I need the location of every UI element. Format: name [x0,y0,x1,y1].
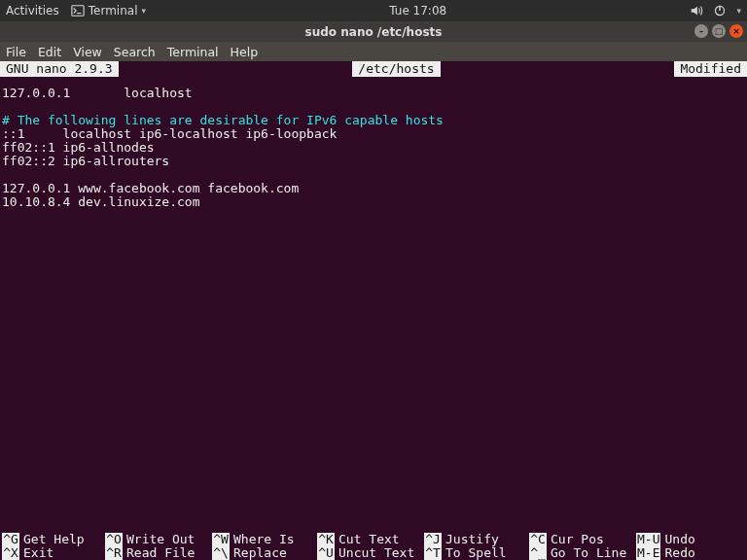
shortcut-label: Redo [664,546,694,560]
window-titlebar[interactable]: sudo nano /etc/hosts – □ × [0,21,747,42]
menu-search[interactable]: Search [114,45,156,59]
shortcut-key: ^K [317,533,335,546]
shortcut-key: ^R [105,546,123,560]
clock[interactable]: Tue 17:08 [389,4,446,18]
shortcut-key: ^_ [529,546,547,560]
chevron-down-icon: ▾ [141,6,146,16]
menu-help[interactable]: Help [231,45,259,59]
shortcut-key: ^C [529,533,547,546]
editor-line: ff02::1 ip6-allnodes [2,141,745,155]
shortcut-label: Exit [23,546,53,560]
shortcut-label: Replace [233,546,287,560]
shortcut-label: To Spell [445,546,507,560]
shortcut-cut-text: ^KCut Text [317,533,424,546]
shortcut-key: ^W [212,533,230,546]
shortcut-replace: ^\Replace [212,546,317,560]
menu-view[interactable]: View [73,45,102,59]
shortcut-label: Cur Pos [551,533,604,546]
shortcut-redo: M-ERedo [636,546,745,560]
editor-line: # The following lines are desirable for … [2,114,745,127]
shortcut-get-help: ^GGet Help [2,533,105,546]
editor-line: 127.0.0.1 www.facebook.com facebook.com [2,182,745,195]
window-controls: – □ × [694,24,743,38]
editor-line: 127.0.0.1 localhost [2,87,745,100]
shortcut-key: ^O [105,533,123,546]
menu-file[interactable]: File [6,45,26,59]
shortcut-key: M-U [636,533,660,546]
nano-modified: Modified [674,61,747,77]
nano-version: GNU nano 2.9.3 [0,61,119,77]
shortcut-key: ^U [317,546,335,560]
shortcut-label: Uncut Text [338,546,414,560]
app-menu-label: Terminal [89,4,138,18]
shortcut-key: ^X [2,546,19,560]
shortcut-undo: M-UUndo [636,533,745,546]
shortcut-go-to-line: ^_Go To Line [529,546,636,560]
shortcut-read-file: ^RRead File [105,546,212,560]
app-menu[interactable]: Terminal ▾ [71,4,146,18]
menu-terminal[interactable]: Terminal [167,45,219,59]
shortcut-key: ^T [424,546,442,560]
volume-icon[interactable] [690,4,703,18]
svg-rect-0 [72,6,84,17]
shortcut-key: ^J [424,533,442,546]
terminal-icon [71,4,85,18]
maximize-button[interactable]: □ [712,24,726,38]
shortcut-label: Write Out [126,533,195,546]
shortcut-label: Get Help [23,533,85,546]
shortcut-write-out: ^OWrite Out [105,533,212,546]
menu-edit[interactable]: Edit [38,45,61,59]
editor-line: ::1 localhost ip6-localhost ip6-loopback [2,127,745,141]
shortcut-label: Read File [126,546,195,560]
system-menu-chevron-icon[interactable]: ▾ [736,6,741,16]
shortcut-exit: ^XExit [2,546,105,560]
minimize-button[interactable]: – [694,24,708,38]
shortcut-label: Where Is [233,533,295,546]
editor-line: 10.10.8.4 dev.linuxize.com [2,195,745,209]
nano-filename: /etc/hosts [352,61,440,77]
shortcut-cur-pos: ^CCur Pos [529,533,636,546]
power-icon[interactable] [713,4,727,18]
editor-line: ff02::2 ip6-allrouters [2,155,745,168]
shortcut-label: Go To Line [551,546,626,560]
shortcut-label: Cut Text [338,533,400,546]
nano-editor-area[interactable]: 127.0.0.1 localhost # The following line… [0,77,747,533]
shortcut-key: ^\ [212,546,230,560]
shortcut-key: ^G [2,533,19,546]
shortcut-label: Undo [664,533,694,546]
editor-line [2,100,745,114]
terminal-menubar: File Edit View Search Terminal Help [0,42,747,61]
activities-button[interactable]: Activities [6,4,59,18]
nano-shortcut-bar: ^GGet Help^OWrite Out^WWhere Is^KCut Tex… [0,533,747,560]
nano-status-line: GNU nano 2.9.3 /etc/hosts Modified [0,61,747,77]
close-button[interactable]: × [729,24,743,38]
shortcut-where-is: ^WWhere Is [212,533,317,546]
gnome-topbar: Activities Terminal ▾ Tue 17:08 ▾ [0,0,747,21]
shortcut-justify: ^JJustify [424,533,529,546]
window-title: sudo nano /etc/hosts [305,25,443,39]
shortcut-uncut-text: ^UUncut Text [317,546,424,560]
shortcut-to-spell: ^TTo Spell [424,546,529,560]
shortcut-label: Justify [445,533,499,546]
shortcut-key: M-E [636,546,660,560]
editor-line [2,168,745,182]
